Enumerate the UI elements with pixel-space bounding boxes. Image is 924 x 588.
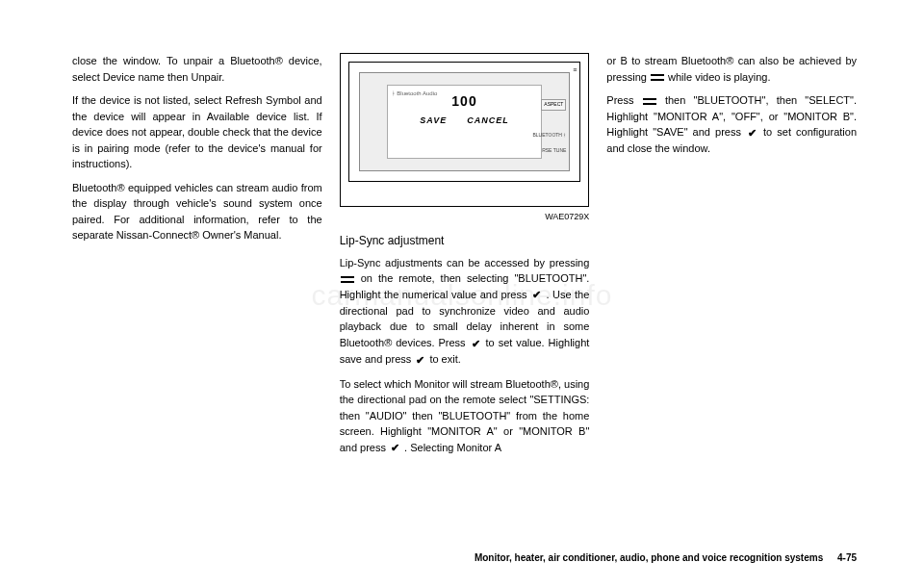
col2-p2: To select which Monitor will stream Blue… [340, 376, 590, 456]
col2-p1: Lip-Sync adjustments can be accessed by … [340, 255, 590, 369]
col2-p2b: . Selecting Monitor A [404, 442, 501, 453]
page-footer: Monitor, heater, air conditioner, audio,… [475, 550, 857, 565]
figure-box: ≡ ᚼ Bluetooth Audio 100 SAVE [340, 53, 590, 207]
menu-lines-icon [643, 97, 656, 106]
bt-audio-label: ᚼ Bluetooth Audio [392, 89, 438, 98]
screen-content: ᚼ Bluetooth Audio 100 SAVE CANCEL ASPECT [387, 85, 543, 159]
check-icon: ✔ [748, 125, 757, 141]
col2-p1e: to exit. [429, 353, 460, 365]
tune-label: RSE TUNE [542, 147, 566, 155]
col2-p1a: Lip-Sync adjustments can be accessed by … [340, 257, 590, 268]
check-icon: ✔ [416, 352, 424, 369]
column-1: close the window. To unpair a Bluetooth®… [72, 53, 322, 515]
col3-p1: or B to stream Bluetooth® can also be ac… [606, 53, 857, 85]
bt-icon: ᚼ [392, 90, 396, 96]
col3-p1b: while video is playing. [668, 71, 770, 83]
menu-lines-icon [651, 73, 664, 82]
col3-p2: Press then "BLUETOOTH", then "SELECT". H… [606, 92, 857, 157]
col1-p1: close the window. To unpair a Bluetooth®… [72, 53, 322, 85]
column-3: or B to stream Bluetooth® can also be ac… [606, 53, 857, 515]
cancel-label: CANCEL [467, 115, 509, 125]
menu-lines-icon [341, 275, 354, 284]
col3-p2a: Press [606, 94, 641, 106]
lip-sync-heading: Lip-Sync adjustment [340, 232, 590, 249]
check-icon: ✔ [532, 287, 541, 303]
fig-buttons: SAVE CANCEL [392, 115, 538, 128]
screen-outer: ≡ ᚼ Bluetooth Audio 100 SAVE [348, 62, 581, 182]
bt-audio-text: Bluetooth Audio [397, 90, 437, 96]
bluetooth-side-label: BLUETOOTH ᚼ [532, 132, 566, 140]
column-2: ≡ ᚼ Bluetooth Audio 100 SAVE [340, 53, 590, 515]
col1-p2: If the device is not listed, select Refr… [72, 92, 322, 172]
page-columns: close the window. To unpair a Bluetooth®… [72, 53, 857, 515]
screen-inner: ᚼ Bluetooth Audio 100 SAVE CANCEL ASPECT [359, 72, 571, 171]
save-label: SAVE [420, 115, 447, 125]
footer-page: 4-75 [837, 552, 857, 563]
col1-p3: Bluetooth® equipped vehicles can stream … [72, 180, 322, 243]
menu-icon: ≡ [573, 65, 577, 76]
aspect-label: ASPECT [541, 99, 566, 111]
figure-code: WAE0729X [340, 211, 590, 224]
check-icon: ✔ [391, 440, 399, 456]
bt-side-icon: ᚼ [563, 132, 566, 138]
check-icon: ✔ [472, 336, 480, 352]
footer-section: Monitor, heater, air conditioner, audio,… [475, 552, 823, 563]
